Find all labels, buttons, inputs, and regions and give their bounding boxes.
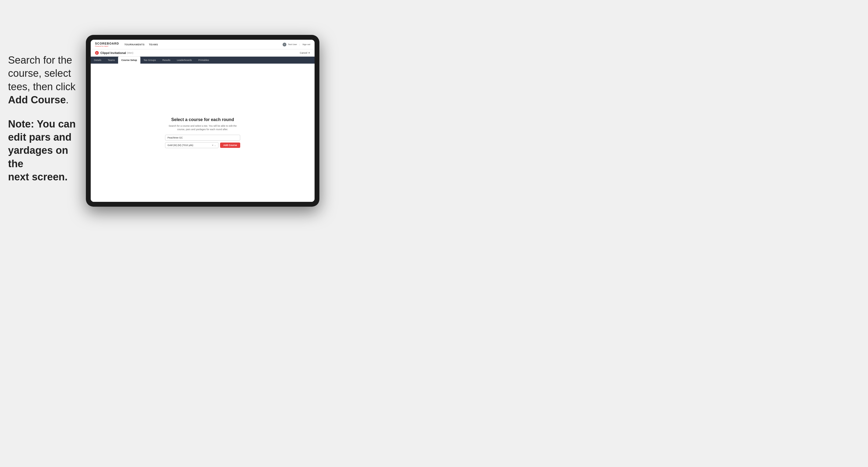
course-search-input[interactable] [165, 135, 240, 141]
tablet-screen: SCOREBOARD Powered by clippd TOURNAMENTS… [91, 40, 315, 202]
nav-teams[interactable]: TEAMS [149, 43, 158, 46]
clear-icon[interactable]: ✕ [212, 144, 214, 147]
tee-select-row: Gold (M) (M) (7010 yds) ✕ ⌄ Add Course [165, 142, 240, 148]
user-avatar: U [283, 43, 286, 46]
top-navbar: SCOREBOARD Powered by clippd TOURNAMENTS… [91, 40, 315, 50]
card-description: Search for a course and select a tee. Yo… [165, 124, 240, 131]
user-label: Test User [288, 43, 297, 45]
tab-details[interactable]: Details [91, 57, 105, 64]
tablet-device: SCOREBOARD Powered by clippd TOURNAMENTS… [86, 35, 319, 207]
tee-select-value: Gold (M) (M) (7010 yds) [167, 144, 193, 147]
logo-area: SCOREBOARD Powered by clippd [95, 42, 119, 47]
tournament-icon: C [95, 51, 99, 55]
tab-course-setup[interactable]: Course Setup [118, 57, 141, 64]
cancel-button[interactable]: Cancel ✕ [300, 52, 310, 54]
add-course-button[interactable]: Add Course [220, 143, 240, 148]
note-line2: edit pars and [8, 131, 72, 143]
tab-results[interactable]: Results [159, 57, 174, 64]
main-content: Select a course for each round Search fo… [91, 64, 315, 202]
tee-select-dropdown[interactable]: Gold (M) (M) (7010 yds) ✕ ⌄ [165, 142, 218, 148]
tournament-header: C Clippd Invitational (Men) Cancel ✕ [91, 50, 315, 57]
tab-leaderboards[interactable]: Leaderboards [174, 57, 195, 64]
logo-sub: Powered by clippd [95, 45, 119, 47]
chevron-down-icon[interactable]: ⌄ [214, 144, 216, 147]
note-line4: next screen. [8, 171, 68, 183]
tournament-name: Clippd Invitational [100, 51, 126, 55]
nav-tournaments[interactable]: TOURNAMENTS [124, 43, 145, 46]
cancel-icon: ✕ [308, 52, 310, 54]
instructions-panel: Search for the course, select tees, then… [8, 54, 86, 195]
nav-divider: | [300, 43, 300, 45]
instruction-line2: course, select [8, 68, 71, 79]
nav-user-area: U Test User | Sign out [283, 43, 310, 46]
card-title: Select a course for each round [165, 117, 240, 122]
note-line1: Note: You can [8, 118, 76, 130]
nav-links: TOURNAMENTS TEAMS [124, 43, 282, 46]
tee-select-controls: ✕ ⌄ [212, 144, 216, 147]
tournament-gender: (Men) [127, 52, 133, 54]
instruction-period: . [66, 94, 69, 105]
note-line3: yardages on the [8, 145, 68, 169]
tab-bar: Details Teams Course Setup Tee Groups Re… [91, 57, 315, 64]
instruction-bold: Add Course [8, 94, 66, 105]
logo-text: SCOREBOARD [95, 42, 119, 45]
instruction-line1: Search for the [8, 55, 72, 66]
tab-tee-groups[interactable]: Tee Groups [141, 57, 159, 64]
sign-out-link[interactable]: Sign out [303, 43, 310, 45]
tab-printables[interactable]: Printables [195, 57, 212, 64]
instruction-line3: tees, then click [8, 81, 75, 92]
tab-teams[interactable]: Teams [105, 57, 118, 64]
course-setup-card: Select a course for each round Search fo… [165, 117, 240, 148]
